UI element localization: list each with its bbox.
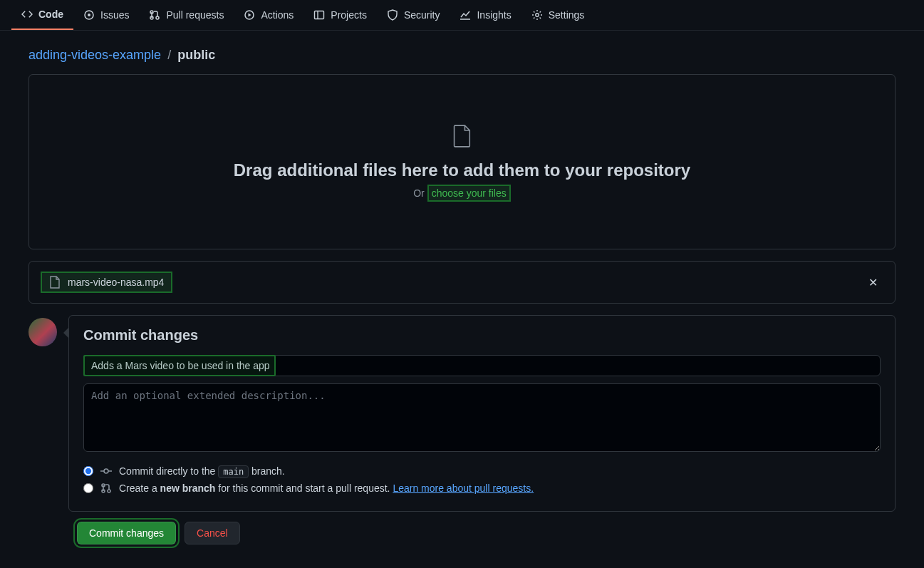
projects-icon (313, 9, 325, 21)
repo-nav: Code Issues Pull requests Actions Projec… (0, 0, 924, 31)
svg-point-4 (536, 14, 539, 16)
dropzone-or: Or (413, 187, 427, 199)
nav-label: Settings (549, 9, 585, 21)
nav-label: Code (38, 9, 63, 20)
pr-icon (100, 482, 112, 494)
commit-direct-option[interactable]: Commit directly to the main branch. (83, 465, 881, 477)
cancel-button[interactable]: Cancel (185, 522, 240, 544)
choose-files-link[interactable]: choose your files (427, 185, 511, 202)
txt-strong: new branch (160, 482, 216, 494)
breadcrumb-sep: / (167, 48, 171, 62)
nav-code[interactable]: Code (11, 0, 73, 30)
learn-pr-link[interactable]: Learn more about pull requests. (393, 482, 534, 494)
commit-icon (100, 465, 112, 477)
graph-icon (460, 9, 471, 21)
file-dropzone[interactable]: Drag additional files here to add them t… (28, 74, 896, 249)
file-icon (452, 125, 472, 148)
uploaded-file-row: mars-video-nasa.mp4 ✕ (28, 261, 896, 304)
commit-new-branch-option[interactable]: Create a new branch for this commit and … (83, 482, 881, 494)
nav-security[interactable]: Security (377, 1, 450, 29)
avatar (28, 318, 57, 346)
uploaded-file-chip: mars-video-nasa.mp4 (41, 272, 172, 293)
breadcrumb-current: public (177, 48, 215, 62)
commit-description-input[interactable] (83, 383, 881, 452)
code-icon (21, 9, 33, 20)
txt: for this commit and start a pull request… (218, 482, 393, 494)
nav-label: Pull requests (166, 9, 224, 21)
pr-icon (149, 9, 160, 21)
nav-label: Projects (331, 9, 367, 21)
radio-commit-direct[interactable] (83, 466, 93, 476)
txt: Create a (119, 482, 160, 494)
gear-icon (531, 9, 543, 21)
commit-changes-button[interactable]: Commit changes (77, 522, 176, 544)
svg-point-1 (88, 14, 90, 16)
actions-icon (244, 9, 255, 21)
commit-heading: Commit changes (83, 327, 881, 344)
nav-issues[interactable]: Issues (73, 1, 139, 29)
nav-label: Security (404, 9, 440, 21)
nav-projects[interactable]: Projects (303, 1, 377, 29)
breadcrumb: adding-videos-example / public (0, 31, 924, 74)
file-icon (49, 276, 61, 289)
txt: Commit directly to the (119, 465, 218, 477)
nav-pull-requests[interactable]: Pull requests (139, 1, 234, 29)
nav-actions[interactable]: Actions (234, 1, 303, 29)
svg-point-5 (104, 469, 108, 473)
dropzone-title: Drag additional files here to add them t… (43, 160, 881, 180)
remove-file-button[interactable]: ✕ (863, 273, 883, 292)
breadcrumb-repo-link[interactable]: adding-videos-example (28, 48, 161, 62)
nav-label: Issues (100, 9, 129, 21)
issue-icon (83, 9, 95, 21)
nav-insights[interactable]: Insights (450, 1, 521, 29)
txt: branch. (251, 465, 285, 477)
commit-summary-input[interactable] (83, 355, 881, 376)
nav-label: Actions (261, 9, 294, 21)
radio-new-branch[interactable] (83, 483, 93, 493)
commit-panel: Commit changes Commit directly to the ma… (68, 315, 896, 512)
uploaded-file-name: mars-video-nasa.mp4 (68, 277, 164, 288)
svg-rect-3 (315, 11, 324, 19)
shield-icon (387, 9, 398, 21)
branch-chip: main (218, 465, 249, 478)
nav-settings[interactable]: Settings (521, 1, 595, 29)
nav-label: Insights (477, 9, 511, 21)
